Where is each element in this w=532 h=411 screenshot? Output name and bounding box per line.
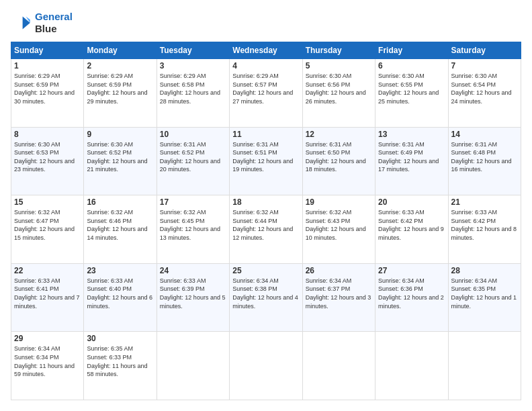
day-info: Sunrise: 6:31 AMSunset: 6:48 PMDaylight:…: [451, 140, 518, 174]
day-info: Sunrise: 6:33 AMSunset: 6:40 PMDaylight:…: [87, 277, 153, 310]
day-number: 22: [14, 266, 81, 275]
weekday-header-tuesday: Tuesday: [157, 42, 229, 59]
calendar-week-5: 29 Sunrise: 6:34 AMSunset: 6:34 PMDaylig…: [11, 332, 521, 400]
calendar-cell: 2 Sunrise: 6:29 AMSunset: 6:59 PMDayligh…: [84, 59, 157, 128]
day-info: Sunrise: 6:32 AMSunset: 6:47 PMDaylight:…: [14, 208, 81, 242]
day-info: Sunrise: 6:31 AMSunset: 6:50 PMDaylight:…: [306, 140, 372, 174]
day-number: 28: [451, 266, 518, 275]
day-number: 10: [160, 130, 226, 139]
calendar-cell: 29 Sunrise: 6:34 AMSunset: 6:34 PMDaylig…: [11, 332, 84, 400]
day-info: Sunrise: 6:35 AMSunset: 6:33 PMDaylight:…: [87, 345, 153, 378]
calendar-cell: 12 Sunrise: 6:31 AMSunset: 6:50 PMDaylig…: [302, 127, 375, 195]
day-number: 7: [451, 61, 518, 71]
weekday-header-wednesday: Wednesday: [230, 42, 302, 59]
day-number: 15: [14, 197, 81, 207]
day-number: 16: [87, 197, 153, 207]
day-number: 2: [87, 61, 153, 71]
calendar-cell: 16 Sunrise: 6:32 AMSunset: 6:46 PMDaylig…: [84, 195, 157, 264]
calendar-cell: 19 Sunrise: 6:32 AMSunset: 6:43 PMDaylig…: [302, 195, 375, 264]
calendar-cell: 11 Sunrise: 6:31 AMSunset: 6:51 PMDaylig…: [230, 127, 302, 195]
day-info: Sunrise: 6:30 AMSunset: 6:52 PMDaylight:…: [87, 140, 153, 174]
logo-icon: [11, 12, 32, 34]
day-info: Sunrise: 6:29 AMSunset: 6:59 PMDaylight:…: [87, 72, 153, 105]
day-info: Sunrise: 6:30 AMSunset: 6:53 PMDaylight:…: [14, 140, 81, 174]
calendar-cell: 13 Sunrise: 6:31 AMSunset: 6:49 PMDaylig…: [375, 127, 448, 195]
weekday-header-sunday: Sunday: [11, 42, 84, 59]
calendar-cell: 8 Sunrise: 6:30 AMSunset: 6:53 PMDayligh…: [11, 127, 84, 195]
logo: General Blue: [11, 11, 73, 35]
day-info: Sunrise: 6:29 AMSunset: 6:59 PMDaylight:…: [14, 72, 81, 105]
day-number: 18: [232, 197, 299, 207]
day-info: Sunrise: 6:34 AMSunset: 6:38 PMDaylight:…: [232, 277, 299, 310]
day-info: Sunrise: 6:30 AMSunset: 6:54 PMDaylight:…: [451, 72, 518, 105]
day-number: 13: [378, 130, 445, 139]
calendar-cell: 4 Sunrise: 6:29 AMSunset: 6:57 PMDayligh…: [230, 59, 302, 128]
calendar-week-2: 8 Sunrise: 6:30 AMSunset: 6:53 PMDayligh…: [11, 127, 521, 195]
calendar-cell: 27 Sunrise: 6:34 AMSunset: 6:36 PMDaylig…: [375, 263, 448, 332]
day-number: 6: [378, 61, 445, 71]
day-info: Sunrise: 6:34 AMSunset: 6:36 PMDaylight:…: [378, 277, 445, 310]
calendar-cell: 30 Sunrise: 6:35 AMSunset: 6:33 PMDaylig…: [84, 332, 157, 400]
calendar-cell: [448, 332, 521, 400]
calendar-cell: 17 Sunrise: 6:32 AMSunset: 6:45 PMDaylig…: [157, 195, 229, 264]
weekday-header-thursday: Thursday: [302, 42, 375, 59]
day-number: 5: [306, 61, 372, 71]
weekday-header-monday: Monday: [84, 42, 157, 59]
calendar-cell: 3 Sunrise: 6:29 AMSunset: 6:58 PMDayligh…: [157, 59, 229, 128]
day-number: 8: [14, 130, 81, 139]
calendar-cell: 26 Sunrise: 6:34 AMSunset: 6:37 PMDaylig…: [302, 263, 375, 332]
calendar-cell: 20 Sunrise: 6:33 AMSunset: 6:42 PMDaylig…: [375, 195, 448, 264]
logo-text: General Blue: [35, 11, 73, 35]
calendar-week-3: 15 Sunrise: 6:32 AMSunset: 6:47 PMDaylig…: [11, 195, 521, 264]
calendar-cell: 1 Sunrise: 6:29 AMSunset: 6:59 PMDayligh…: [11, 59, 84, 128]
day-number: 3: [160, 61, 226, 71]
day-info: Sunrise: 6:33 AMSunset: 6:39 PMDaylight:…: [160, 277, 226, 310]
day-info: Sunrise: 6:34 AMSunset: 6:37 PMDaylight:…: [306, 277, 372, 310]
calendar-cell: 10 Sunrise: 6:31 AMSunset: 6:52 PMDaylig…: [157, 127, 229, 195]
day-info: Sunrise: 6:31 AMSunset: 6:52 PMDaylight:…: [160, 140, 226, 174]
header: General Blue: [11, 11, 521, 35]
day-number: 23: [87, 266, 153, 275]
day-info: Sunrise: 6:29 AMSunset: 6:57 PMDaylight:…: [232, 72, 299, 105]
calendar-cell: 9 Sunrise: 6:30 AMSunset: 6:52 PMDayligh…: [84, 127, 157, 195]
calendar-cell: 18 Sunrise: 6:32 AMSunset: 6:44 PMDaylig…: [230, 195, 302, 264]
calendar-cell: 25 Sunrise: 6:34 AMSunset: 6:38 PMDaylig…: [230, 263, 302, 332]
day-number: 29: [14, 334, 81, 343]
day-number: 21: [451, 197, 518, 207]
day-info: Sunrise: 6:34 AMSunset: 6:35 PMDaylight:…: [451, 277, 518, 310]
calendar-week-1: 1 Sunrise: 6:29 AMSunset: 6:59 PMDayligh…: [11, 59, 521, 128]
day-number: 25: [232, 266, 299, 275]
weekday-header-row: SundayMondayTuesdayWednesdayThursdayFrid…: [11, 42, 521, 59]
calendar-cell: [302, 332, 375, 400]
calendar-cell: [230, 332, 302, 400]
day-number: 24: [160, 266, 226, 275]
calendar-cell: 7 Sunrise: 6:30 AMSunset: 6:54 PMDayligh…: [448, 59, 521, 128]
day-number: 4: [232, 61, 299, 71]
day-info: Sunrise: 6:32 AMSunset: 6:46 PMDaylight:…: [87, 208, 153, 242]
day-number: 30: [87, 334, 153, 343]
day-number: 11: [232, 130, 299, 139]
day-number: 9: [87, 130, 153, 139]
day-info: Sunrise: 6:32 AMSunset: 6:45 PMDaylight:…: [160, 208, 226, 242]
day-info: Sunrise: 6:30 AMSunset: 6:55 PMDaylight:…: [378, 72, 445, 105]
calendar-cell: 22 Sunrise: 6:33 AMSunset: 6:41 PMDaylig…: [11, 263, 84, 332]
calendar-cell: 15 Sunrise: 6:32 AMSunset: 6:47 PMDaylig…: [11, 195, 84, 264]
weekday-header-friday: Friday: [375, 42, 448, 59]
page: General Blue SundayMondayTuesdayWednesda…: [0, 0, 532, 411]
day-info: Sunrise: 6:29 AMSunset: 6:58 PMDaylight:…: [160, 72, 226, 105]
day-number: 1: [14, 61, 81, 71]
calendar-cell: 5 Sunrise: 6:30 AMSunset: 6:56 PMDayligh…: [302, 59, 375, 128]
calendar-cell: [157, 332, 229, 400]
calendar-cell: 28 Sunrise: 6:34 AMSunset: 6:35 PMDaylig…: [448, 263, 521, 332]
calendar-week-4: 22 Sunrise: 6:33 AMSunset: 6:41 PMDaylig…: [11, 263, 521, 332]
day-info: Sunrise: 6:33 AMSunset: 6:42 PMDaylight:…: [451, 208, 518, 242]
day-info: Sunrise: 6:34 AMSunset: 6:34 PMDaylight:…: [14, 345, 81, 378]
day-info: Sunrise: 6:32 AMSunset: 6:43 PMDaylight:…: [306, 208, 372, 242]
day-number: 19: [306, 197, 372, 207]
calendar-cell: 24 Sunrise: 6:33 AMSunset: 6:39 PMDaylig…: [157, 263, 229, 332]
day-info: Sunrise: 6:31 AMSunset: 6:49 PMDaylight:…: [378, 140, 445, 174]
calendar-cell: 14 Sunrise: 6:31 AMSunset: 6:48 PMDaylig…: [448, 127, 521, 195]
day-number: 27: [378, 266, 445, 275]
calendar-cell: 6 Sunrise: 6:30 AMSunset: 6:55 PMDayligh…: [375, 59, 448, 128]
calendar-cell: [375, 332, 448, 400]
